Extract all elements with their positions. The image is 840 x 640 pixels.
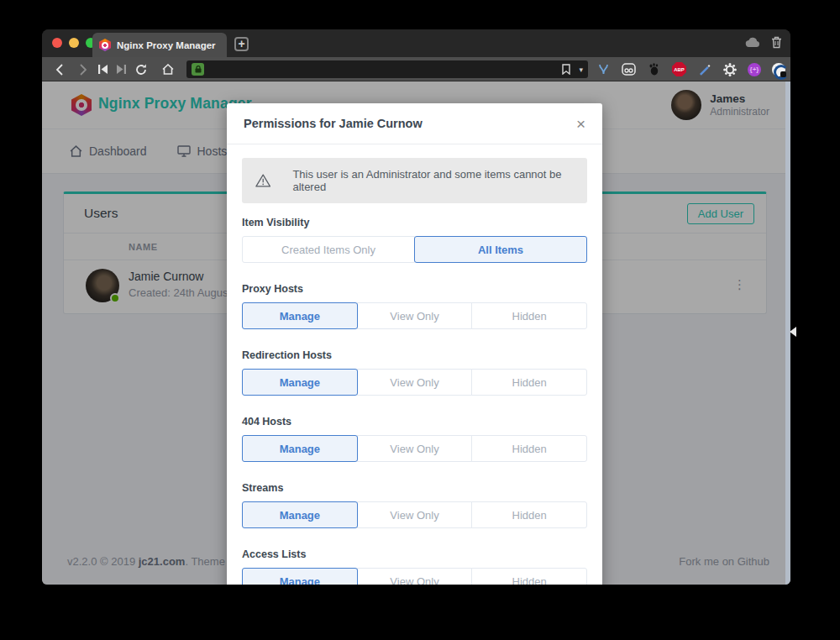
extension-row: ABP {+} [596,57,785,81]
modal-title: Permissions for Jamie Curnow [244,117,423,130]
close-icon[interactable]: × [576,116,585,132]
section-proxy-hosts: Proxy Hosts Manage View Only Hidden [242,283,587,329]
section-label: Streams [242,482,587,494]
access-lists-manage-button[interactable]: Manage [242,568,358,585]
close-window-button[interactable] [52,38,62,48]
sync-cloud-icon[interactable] [745,37,760,48]
404-hosts-manage-button[interactable]: Manage [242,435,358,462]
redirection-hosts-manage-button[interactable]: Manage [242,369,358,396]
new-tab-button[interactable]: + [234,37,249,51]
section-404-hosts: 404 Hosts Manage View Only Hidden [242,416,587,462]
minimize-window-button[interactable] [69,38,79,48]
npm-favicon-icon [99,39,111,51]
home-icon[interactable] [158,57,178,81]
trash-icon[interactable] [771,36,782,49]
address-bar[interactable]: ▾ [186,60,588,78]
proxy-hosts-manage-button[interactable]: Manage [242,302,358,329]
section-label: 404 Hosts [242,416,587,428]
rewind-icon[interactable] [94,57,111,81]
access-lists-view-only-button[interactable]: View Only [357,568,473,585]
streams-view-only-button[interactable]: View Only [357,501,473,528]
visibility-all-items-button[interactable]: All Items [414,236,587,263]
proxy-hosts-view-only-button[interactable]: View Only [357,302,473,329]
secure-padlock-icon[interactable] [192,63,204,76]
alert-text: This user is an Administrator and some i… [292,168,574,193]
extension-adblock-icon[interactable]: ABP [672,62,686,76]
extension-robot-icon[interactable] [622,62,636,76]
visibility-created-items-only-button[interactable]: Created Items Only [242,236,415,263]
purple-icon-glyph: {+} [750,66,759,73]
forward-icon[interactable] [74,57,92,81]
panel-toggle-arrow-icon[interactable] [790,327,796,337]
admin-alert: This user is an Administrator and some i… [242,158,587,203]
permissions-modal: Permissions for Jamie Curnow × This user… [227,103,602,585]
reload-icon[interactable] [131,57,151,81]
browser-nav-bar: ▾ ABP {+} [42,57,790,81]
404-hosts-view-only-button[interactable]: View Only [357,435,473,462]
streams-hidden-button[interactable]: Hidden [471,501,587,528]
section-label: Access Lists [242,548,587,560]
window-controls [52,38,96,48]
back-icon[interactable] [50,57,68,81]
extension-gear-icon[interactable] [722,62,737,76]
section-access-lists: Access Lists Manage View Only Hidden [242,548,587,585]
bookmark-caret-icon[interactable]: ▾ [579,66,583,74]
section-label: Proxy Hosts [242,283,587,295]
page-viewport: Nginx Proxy Manager James Administrator … [42,81,790,585]
404-hosts-hidden-button[interactable]: Hidden [471,435,587,462]
access-lists-hidden-button[interactable]: Hidden [471,568,587,585]
redirection-hosts-view-only-button[interactable]: View Only [357,369,473,396]
section-label: Item Visibility [242,217,587,228]
extension-privacy-icon[interactable] [772,63,785,76]
extension-pen-icon[interactable] [697,62,711,76]
extension-branch-icon[interactable] [596,62,611,76]
tab-title: Nginx Proxy Manager [117,40,216,50]
browser-tab-bar: Nginx Proxy Manager + [42,29,790,57]
fast-forward-icon[interactable] [113,57,129,81]
section-streams: Streams Manage View Only Hidden [242,482,587,528]
bookmark-icon[interactable] [562,64,570,75]
section-label: Redirection Hosts [242,349,587,361]
extension-foot-icon[interactable] [647,62,661,76]
browser-tab[interactable]: Nginx Proxy Manager [92,33,227,57]
redirection-hosts-hidden-button[interactable]: Hidden [471,369,587,396]
extension-purple-icon[interactable]: {+} [748,63,761,76]
streams-manage-button[interactable]: Manage [242,501,358,528]
browser-window: Nginx Proxy Manager + [42,29,790,585]
section-item-visibility: Item Visibility Created Items Only All I… [242,217,587,263]
screenshot-stage: Nginx Proxy Manager + [0,0,840,640]
proxy-hosts-hidden-button[interactable]: Hidden [471,302,587,329]
warning-triangle-icon [255,173,270,188]
section-redirection-hosts: Redirection Hosts Manage View Only Hidde… [242,349,587,396]
